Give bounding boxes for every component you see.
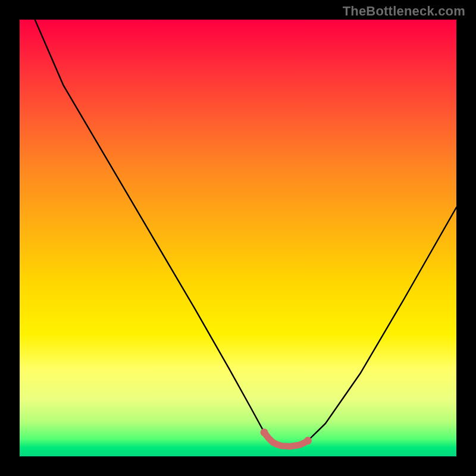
watermark-text: TheBottleneck.com bbox=[343, 4, 465, 19]
flat-segment-start-dot bbox=[261, 428, 268, 436]
flat-segment-path bbox=[264, 433, 308, 446]
curve-svg bbox=[20, 20, 456, 456]
flat-segment-end-dot bbox=[304, 437, 312, 444]
chart-frame: TheBottleneck.com bbox=[0, 0, 476, 476]
bottleneck-curve-path bbox=[35, 20, 456, 446]
plot-area bbox=[20, 20, 456, 456]
